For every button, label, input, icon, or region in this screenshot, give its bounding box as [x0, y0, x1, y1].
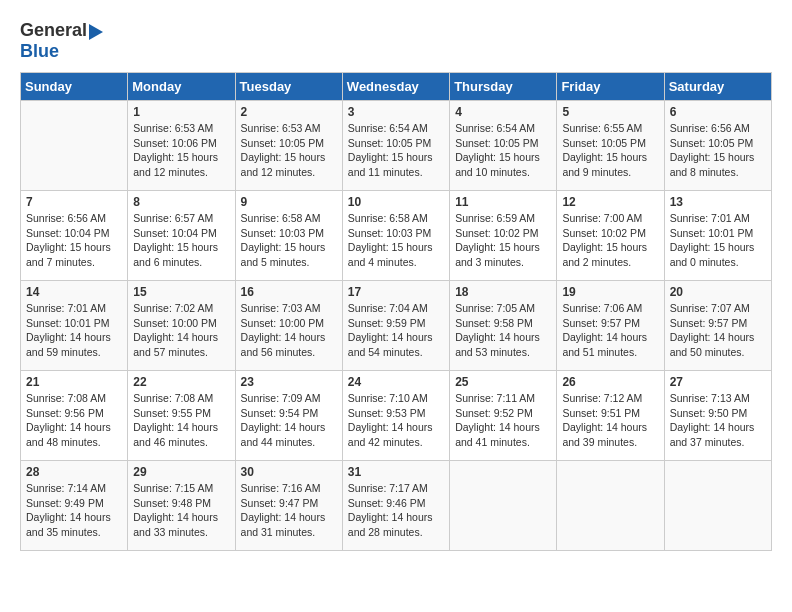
calendar-cell: 5Sunrise: 6:55 AM Sunset: 10:05 PM Dayli…: [557, 101, 664, 191]
calendar-cell: [557, 461, 664, 551]
day-info: Sunrise: 7:01 AM Sunset: 10:01 PM Daylig…: [26, 301, 122, 360]
day-info: Sunrise: 7:17 AM Sunset: 9:46 PM Dayligh…: [348, 481, 444, 540]
day-info: Sunrise: 7:06 AM Sunset: 9:57 PM Dayligh…: [562, 301, 658, 360]
calendar-cell: [450, 461, 557, 551]
col-header-tuesday: Tuesday: [235, 73, 342, 101]
calendar-cell: 21Sunrise: 7:08 AM Sunset: 9:56 PM Dayli…: [21, 371, 128, 461]
day-number: 21: [26, 375, 122, 389]
day-number: 10: [348, 195, 444, 209]
calendar-cell: 11Sunrise: 6:59 AM Sunset: 10:02 PM Dayl…: [450, 191, 557, 281]
day-number: 12: [562, 195, 658, 209]
calendar-cell: 13Sunrise: 7:01 AM Sunset: 10:01 PM Dayl…: [664, 191, 771, 281]
header-row: SundayMondayTuesdayWednesdayThursdayFrid…: [21, 73, 772, 101]
day-info: Sunrise: 7:15 AM Sunset: 9:48 PM Dayligh…: [133, 481, 229, 540]
day-number: 7: [26, 195, 122, 209]
calendar-cell: 26Sunrise: 7:12 AM Sunset: 9:51 PM Dayli…: [557, 371, 664, 461]
logo: General Blue: [20, 20, 103, 62]
header: General Blue: [20, 20, 772, 62]
calendar-cell: 4Sunrise: 6:54 AM Sunset: 10:05 PM Dayli…: [450, 101, 557, 191]
week-row: 14Sunrise: 7:01 AM Sunset: 10:01 PM Dayl…: [21, 281, 772, 371]
calendar-cell: 6Sunrise: 6:56 AM Sunset: 10:05 PM Dayli…: [664, 101, 771, 191]
day-info: Sunrise: 7:05 AM Sunset: 9:58 PM Dayligh…: [455, 301, 551, 360]
day-info: Sunrise: 7:11 AM Sunset: 9:52 PM Dayligh…: [455, 391, 551, 450]
calendar-cell: 7Sunrise: 6:56 AM Sunset: 10:04 PM Dayli…: [21, 191, 128, 281]
day-number: 6: [670, 105, 766, 119]
calendar-table: SundayMondayTuesdayWednesdayThursdayFrid…: [20, 72, 772, 551]
col-header-saturday: Saturday: [664, 73, 771, 101]
day-info: Sunrise: 6:59 AM Sunset: 10:02 PM Daylig…: [455, 211, 551, 270]
calendar-cell: 9Sunrise: 6:58 AM Sunset: 10:03 PM Dayli…: [235, 191, 342, 281]
day-info: Sunrise: 7:04 AM Sunset: 9:59 PM Dayligh…: [348, 301, 444, 360]
day-info: Sunrise: 7:13 AM Sunset: 9:50 PM Dayligh…: [670, 391, 766, 450]
calendar-cell: 1Sunrise: 6:53 AM Sunset: 10:06 PM Dayli…: [128, 101, 235, 191]
calendar-cell: 30Sunrise: 7:16 AM Sunset: 9:47 PM Dayli…: [235, 461, 342, 551]
calendar-cell: 15Sunrise: 7:02 AM Sunset: 10:00 PM Dayl…: [128, 281, 235, 371]
calendar-cell: 19Sunrise: 7:06 AM Sunset: 9:57 PM Dayli…: [557, 281, 664, 371]
day-info: Sunrise: 7:02 AM Sunset: 10:00 PM Daylig…: [133, 301, 229, 360]
day-info: Sunrise: 7:03 AM Sunset: 10:00 PM Daylig…: [241, 301, 337, 360]
day-info: Sunrise: 7:09 AM Sunset: 9:54 PM Dayligh…: [241, 391, 337, 450]
logo-arrow-icon: [89, 24, 103, 40]
day-info: Sunrise: 6:58 AM Sunset: 10:03 PM Daylig…: [241, 211, 337, 270]
week-row: 21Sunrise: 7:08 AM Sunset: 9:56 PM Dayli…: [21, 371, 772, 461]
calendar-cell: 10Sunrise: 6:58 AM Sunset: 10:03 PM Dayl…: [342, 191, 449, 281]
week-row: 7Sunrise: 6:56 AM Sunset: 10:04 PM Dayli…: [21, 191, 772, 281]
day-number: 16: [241, 285, 337, 299]
day-number: 13: [670, 195, 766, 209]
day-info: Sunrise: 7:01 AM Sunset: 10:01 PM Daylig…: [670, 211, 766, 270]
day-info: Sunrise: 6:55 AM Sunset: 10:05 PM Daylig…: [562, 121, 658, 180]
day-info: Sunrise: 6:53 AM Sunset: 10:05 PM Daylig…: [241, 121, 337, 180]
day-number: 1: [133, 105, 229, 119]
day-info: Sunrise: 6:56 AM Sunset: 10:05 PM Daylig…: [670, 121, 766, 180]
day-info: Sunrise: 6:58 AM Sunset: 10:03 PM Daylig…: [348, 211, 444, 270]
day-info: Sunrise: 6:57 AM Sunset: 10:04 PM Daylig…: [133, 211, 229, 270]
calendar-cell: 27Sunrise: 7:13 AM Sunset: 9:50 PM Dayli…: [664, 371, 771, 461]
calendar-cell: 8Sunrise: 6:57 AM Sunset: 10:04 PM Dayli…: [128, 191, 235, 281]
day-number: 25: [455, 375, 551, 389]
day-number: 22: [133, 375, 229, 389]
day-number: 8: [133, 195, 229, 209]
calendar-cell: 28Sunrise: 7:14 AM Sunset: 9:49 PM Dayli…: [21, 461, 128, 551]
col-header-monday: Monday: [128, 73, 235, 101]
day-info: Sunrise: 6:54 AM Sunset: 10:05 PM Daylig…: [455, 121, 551, 180]
col-header-friday: Friday: [557, 73, 664, 101]
day-info: Sunrise: 6:53 AM Sunset: 10:06 PM Daylig…: [133, 121, 229, 180]
col-header-sunday: Sunday: [21, 73, 128, 101]
day-info: Sunrise: 6:56 AM Sunset: 10:04 PM Daylig…: [26, 211, 122, 270]
day-number: 5: [562, 105, 658, 119]
day-info: Sunrise: 7:00 AM Sunset: 10:02 PM Daylig…: [562, 211, 658, 270]
calendar-cell: 12Sunrise: 7:00 AM Sunset: 10:02 PM Dayl…: [557, 191, 664, 281]
calendar-cell: 25Sunrise: 7:11 AM Sunset: 9:52 PM Dayli…: [450, 371, 557, 461]
day-number: 30: [241, 465, 337, 479]
day-number: 17: [348, 285, 444, 299]
calendar-cell: 3Sunrise: 6:54 AM Sunset: 10:05 PM Dayli…: [342, 101, 449, 191]
day-number: 18: [455, 285, 551, 299]
day-number: 23: [241, 375, 337, 389]
day-info: Sunrise: 7:12 AM Sunset: 9:51 PM Dayligh…: [562, 391, 658, 450]
day-number: 31: [348, 465, 444, 479]
day-number: 15: [133, 285, 229, 299]
day-number: 28: [26, 465, 122, 479]
week-row: 28Sunrise: 7:14 AM Sunset: 9:49 PM Dayli…: [21, 461, 772, 551]
day-number: 29: [133, 465, 229, 479]
calendar-cell: 31Sunrise: 7:17 AM Sunset: 9:46 PM Dayli…: [342, 461, 449, 551]
day-info: Sunrise: 7:07 AM Sunset: 9:57 PM Dayligh…: [670, 301, 766, 360]
day-number: 4: [455, 105, 551, 119]
calendar-cell: 16Sunrise: 7:03 AM Sunset: 10:00 PM Dayl…: [235, 281, 342, 371]
calendar-cell: 22Sunrise: 7:08 AM Sunset: 9:55 PM Dayli…: [128, 371, 235, 461]
day-number: 14: [26, 285, 122, 299]
calendar-cell: [21, 101, 128, 191]
day-info: Sunrise: 7:16 AM Sunset: 9:47 PM Dayligh…: [241, 481, 337, 540]
day-number: 3: [348, 105, 444, 119]
day-info: Sunrise: 7:10 AM Sunset: 9:53 PM Dayligh…: [348, 391, 444, 450]
day-number: 26: [562, 375, 658, 389]
logo-blue-text: Blue: [20, 41, 59, 62]
day-number: 9: [241, 195, 337, 209]
logo-general-text: General: [20, 20, 87, 41]
calendar-cell: 17Sunrise: 7:04 AM Sunset: 9:59 PM Dayli…: [342, 281, 449, 371]
day-number: 24: [348, 375, 444, 389]
day-info: Sunrise: 7:08 AM Sunset: 9:56 PM Dayligh…: [26, 391, 122, 450]
calendar-cell: 18Sunrise: 7:05 AM Sunset: 9:58 PM Dayli…: [450, 281, 557, 371]
col-header-wednesday: Wednesday: [342, 73, 449, 101]
day-info: Sunrise: 7:14 AM Sunset: 9:49 PM Dayligh…: [26, 481, 122, 540]
